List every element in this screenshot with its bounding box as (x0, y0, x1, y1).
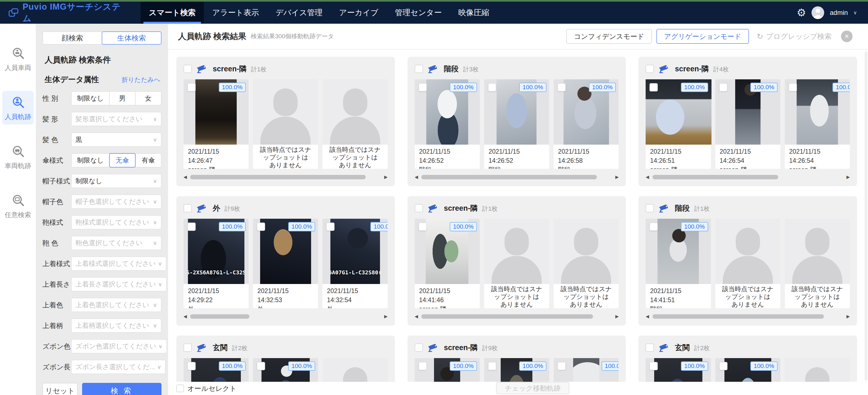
segment-option[interactable]: 男 (109, 91, 135, 105)
tile-checkbox[interactable] (488, 83, 496, 92)
scroll-left-icon[interactable]: ◀ (184, 314, 187, 319)
nav-tab[interactable]: スマート検索 (141, 2, 204, 24)
snapshot-tile[interactable]: 100.0% (184, 358, 249, 382)
scrollbar-thumb[interactable] (421, 314, 593, 319)
tile-checkbox[interactable] (187, 83, 196, 92)
scroll-left-icon[interactable]: ◀ (646, 314, 649, 319)
page-scrollbar[interactable] (865, 51, 867, 381)
collapse-link[interactable]: 折りたたみへ (122, 75, 160, 84)
filter-select[interactable]: 上着色選択してください∨ (71, 298, 161, 312)
card-checkbox[interactable] (184, 65, 192, 73)
scrollbar-thumb[interactable] (652, 175, 778, 179)
settings-gear-icon[interactable]: ⚙ (797, 7, 806, 18)
filter-select[interactable]: 髪形選択してください∨ (71, 112, 161, 126)
snapshot-tile[interactable]: 100.0% 2021/11/15 14:26:52 階段 (415, 79, 480, 169)
close-results-button[interactable]: × (841, 31, 852, 42)
scrollbar-track[interactable] (421, 314, 612, 319)
tile-checkbox[interactable] (326, 223, 335, 231)
tile-checkbox[interactable] (719, 83, 727, 92)
snapshot-tile[interactable]: 100.0% 2021/11/15 14:32:53 外 (253, 219, 318, 308)
scroll-left-icon[interactable]: ◀ (646, 175, 649, 179)
card-checkbox[interactable] (415, 204, 423, 212)
snapshot-tile[interactable]: DS-2XS6A87G1-L-C32S0 100.0% 2021/11/15 1… (184, 219, 249, 308)
segment-option[interactable]: 有傘 (135, 153, 161, 167)
filter-select[interactable]: 鞄様式選択してください∨ (71, 215, 161, 229)
nav-tab[interactable]: 管理センター (386, 2, 450, 24)
aggregation-mode-button[interactable]: アグリゲーションモード (656, 29, 749, 44)
search-type-tab[interactable]: 顔検索 (42, 31, 102, 45)
select-all-checkbox[interactable] (176, 385, 184, 392)
card-checkbox[interactable] (646, 65, 654, 73)
rail-item-人員車両[interactable]: 人員車両 (2, 42, 34, 75)
check-track-button[interactable]: チェック移動軌跡 (496, 382, 569, 394)
scroll-right-icon[interactable]: ▶ (384, 314, 388, 319)
filter-select[interactable]: 上着長さ選択してください∨ (71, 277, 167, 291)
scroll-right-icon[interactable]: ▶ (615, 175, 619, 179)
scroll-left-icon[interactable]: ◀ (415, 175, 418, 179)
search-type-tab[interactable]: 生体検索 (102, 31, 161, 45)
card-checkbox[interactable] (646, 343, 654, 352)
tile-checkbox[interactable] (788, 83, 797, 92)
tile-checkbox[interactable] (557, 83, 566, 92)
card-checkbox[interactable] (646, 204, 654, 212)
tile-checkbox[interactable] (650, 362, 658, 370)
segment-option[interactable]: 制限なし (71, 153, 110, 167)
scrollbar-track[interactable] (652, 314, 843, 319)
rail-item-人員軌跡[interactable]: 人員軌跡 (2, 91, 34, 125)
user-menu-chevron-icon[interactable]: ∨ (854, 10, 857, 16)
filter-select[interactable]: ズボン色選択してください∨ (71, 339, 167, 353)
tile-checkbox[interactable] (650, 223, 658, 231)
scrollbar-track[interactable] (190, 314, 381, 319)
scroll-left-icon[interactable]: ◀ (184, 175, 187, 179)
snapshot-tile[interactable]: 100.0% 2021/11/15 14:26:58 階段 (554, 79, 619, 169)
tile-checkbox[interactable] (719, 362, 727, 370)
card-checkbox[interactable] (415, 343, 423, 352)
tile-checkbox[interactable] (418, 223, 427, 231)
filter-select[interactable]: 上着様式選択してください∨ (71, 257, 166, 271)
nav-tab[interactable]: アーカイブ (331, 2, 387, 24)
snapshot-tile[interactable]: 100.0% 2021/11/15 14:26:52 階段 (484, 79, 549, 169)
card-checkbox[interactable] (184, 343, 192, 352)
segment-option[interactable]: 无傘 (109, 153, 135, 167)
tile-checkbox[interactable] (488, 362, 496, 370)
scrollbar-track[interactable] (421, 175, 612, 179)
tile-checkbox[interactable] (187, 223, 196, 231)
scrollbar-thumb[interactable] (421, 175, 597, 179)
filter-select[interactable]: 帽子色選択してください∨ (71, 195, 161, 209)
reset-button[interactable]: リセット (42, 383, 78, 395)
tile-checkbox[interactable] (257, 223, 265, 231)
scroll-right-icon[interactable]: ▶ (846, 175, 850, 179)
filter-select[interactable]: 鞄色選択してください∨ (71, 236, 161, 250)
scrollbar-track[interactable] (652, 175, 843, 179)
snapshot-tile[interactable]: 100.0% (715, 358, 780, 382)
tile-checkbox[interactable] (418, 83, 427, 92)
tile-checkbox[interactable] (557, 362, 566, 370)
scrollbar-thumb[interactable] (190, 175, 366, 179)
user-avatar[interactable] (811, 6, 824, 19)
rail-item-任意検索[interactable]: 任意検索 (2, 189, 34, 223)
tile-checkbox[interactable] (418, 362, 427, 370)
nav-tab[interactable]: デバイス管理 (267, 2, 331, 24)
search-button[interactable]: 検 索 (82, 383, 161, 395)
snapshot-tile[interactable]: 100.0% (484, 358, 549, 382)
scrollbar-thumb[interactable] (190, 314, 249, 319)
scrollbar-track[interactable] (190, 175, 381, 179)
progressive-search[interactable]: ↻ プログレッシブ検索 (757, 32, 832, 41)
scroll-right-icon[interactable]: ▶ (846, 314, 850, 319)
tile-checkbox[interactable] (257, 362, 265, 370)
filter-select[interactable]: 上着柄選択してください∨ (71, 319, 161, 333)
snapshot-tile[interactable]: 100.0% 2021/11/15 14:41:46 screen-隣 (415, 219, 480, 308)
snapshot-tile[interactable]: 100.0% 2021/11/15 14:26:54 screen-隣 (715, 79, 780, 169)
snapshot-tile[interactable]: 100.0% (253, 358, 318, 382)
snapshot-tile[interactable]: 100.0% (415, 358, 480, 382)
filter-select[interactable]: 制限なし∨ (71, 174, 161, 188)
segment-option[interactable]: 女 (135, 91, 161, 105)
filter-select[interactable]: ズボン長さ選択してくだ...∨ (71, 360, 165, 374)
snapshot-tile[interactable]: 100.0% 2021/11/15 14:41:51 階段 (646, 219, 711, 308)
username-label[interactable]: admin (830, 9, 847, 17)
nav-tab[interactable]: アラート表示 (204, 2, 267, 24)
confidence-mode-button[interactable]: コンフィデンスモード (566, 29, 652, 44)
snapshot-tile[interactable]: S6A07G1-L-C32S80(6 100.0% 2021/11/15 14:… (322, 219, 388, 308)
card-checkbox[interactable] (184, 204, 192, 212)
segment-option[interactable]: 制限なし (71, 91, 110, 105)
